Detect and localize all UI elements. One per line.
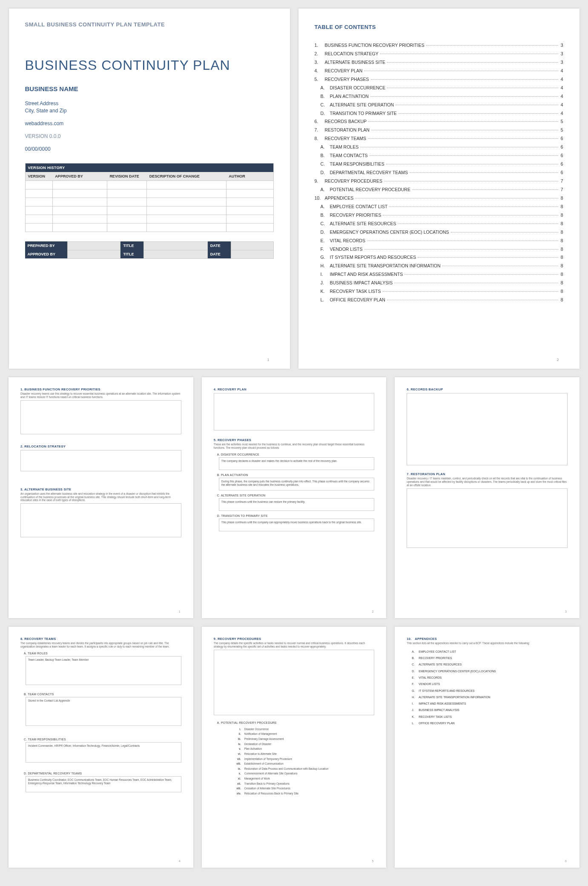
- dept-teams-title: D. DEPARTMENTAL RECOVERY TEAMS: [24, 772, 181, 775]
- date-field-2[interactable]: [231, 250, 273, 258]
- toc-item: C.ALTERNATE SITE OPERATION4: [315, 101, 563, 109]
- toc-item: B.TEAM CONTACTS6: [315, 152, 563, 160]
- page-7: 9. RECOVERY PROCEDURES The company detai…: [202, 627, 387, 868]
- toc-item: 3.ALTERNATE BUSINESS SITE3: [315, 58, 563, 67]
- address-line-1: Street Address: [25, 100, 274, 107]
- phase-c-box[interactable]: This phase continues until the business …: [219, 498, 375, 511]
- appendix-item: H.ALTERNATE SITE TRANSPORTATION INFORMAT…: [412, 694, 568, 700]
- appendix-item: C.ALTERNATE SITE RESOURCES: [412, 661, 568, 668]
- appendix-item: I.IMPACT AND RISK ASSESSMENTS: [412, 700, 568, 707]
- vh-col-revdate: REVISION DATE: [107, 172, 146, 181]
- toc-item: G.IT SYSTEM REPORTS AND RESOURCES8: [315, 253, 563, 262]
- section-9-box[interactable]: [214, 650, 375, 715]
- team-resp-box[interactable]: Incident Commander, HR/PR Officer, Infor…: [26, 742, 181, 763]
- toc-item: I.IMPACT AND RISK ASSESSMENTS8: [315, 270, 563, 279]
- page-number: 3: [565, 610, 567, 613]
- appendix-item: J.BUSINESS IMPACT ANALYSIS: [412, 707, 568, 713]
- version-history-table: VERSION HISTORY VERSION APPROVED BY REVI…: [25, 163, 274, 232]
- procedure-step: ix.Restoration of Data Process and Commu…: [233, 766, 375, 771]
- phase-d-box[interactable]: This phase continues until the company c…: [219, 519, 375, 531]
- section-7-title: 7. RESTORATION PLAN: [407, 472, 568, 476]
- section-10-title: 10. APPENDICES: [407, 637, 568, 641]
- appendix-item: G.IT SYSTEM REPORTS AND RESOURCES: [412, 688, 568, 694]
- toc-item: 2.RELOCATION STRATEGY3: [315, 50, 563, 58]
- page-number: 4: [179, 860, 181, 863]
- appendix-item: K.RECOVERY TASK LISTS: [412, 714, 568, 720]
- phase-a-box[interactable]: The company declares a disaster and make…: [219, 457, 375, 470]
- procedure-step: xiv.Relocation of Resources Back to Prim…: [233, 791, 375, 796]
- page-3: 1. BUSINESS FUNCTION RECOVERY PRIORITIES…: [9, 377, 193, 618]
- title-label-1: TITLE: [120, 241, 144, 250]
- toc-item: C.ALTERNATE SITE RESOURCES8: [315, 220, 563, 228]
- vh-col-approved: APPROVED BY: [52, 172, 107, 181]
- section-4-box[interactable]: [214, 393, 375, 430]
- toc-item: B.RECOVERY PRIORITIES8: [315, 211, 563, 220]
- document-title: BUSINESS CONTINUITY PLAN: [25, 57, 274, 73]
- page-number: 2: [372, 610, 373, 613]
- procedure-step: xii.Transition Back to Primary Operation…: [233, 781, 375, 786]
- toc-item: 6.RECORDS BACKUP5: [315, 118, 563, 126]
- section-1-box[interactable]: [20, 400, 181, 434]
- toc-item: E.VITAL RECORDS8: [315, 237, 563, 245]
- vh-col-version: VERSION: [25, 172, 52, 181]
- approved-by-label: APPROVED BY: [25, 250, 68, 258]
- page-8: 10. APPENDICES This section lists all th…: [395, 627, 579, 868]
- vh-title: VERSION HISTORY: [25, 163, 273, 172]
- section-1-desc: Disaster recovery teams use this strateg…: [20, 392, 181, 399]
- appendix-item: E.VITAL RECORDS: [412, 674, 568, 681]
- appendix-item: A.EMPLOYEE CONTACT LIST: [412, 648, 568, 655]
- team-roles-box[interactable]: Team Leader, Backup Team Leader, Team Me…: [26, 656, 181, 685]
- toc-item: 8.RECOVERY TEAMS6: [315, 135, 563, 143]
- section-9-title: 9. RECOVERY PROCEDURES: [214, 637, 375, 641]
- team-contacts-title: B. TEAM CONTACTS: [24, 693, 181, 696]
- section-9-desc: The company details the specific activit…: [214, 642, 375, 648]
- vh-col-author: AUTHOR: [226, 172, 273, 181]
- approved-by-field[interactable]: [67, 250, 120, 258]
- phase-a-title: A. DISASTER OCCURRENCE: [217, 453, 375, 456]
- section-2-title: 2. RELOCATION STRATEGY: [20, 444, 181, 448]
- toc-item: A.EMPLOYEE CONTACT LIST8: [315, 203, 563, 211]
- toc-item: 10.APPENDICES8: [315, 194, 563, 203]
- procedure-steps: i.Disaster Occurrenceii.Notification of …: [233, 727, 375, 796]
- date-field-1[interactable]: [231, 241, 273, 250]
- toc-item: A.TEAM ROLES6: [315, 143, 563, 152]
- address-line-2: City, State and Zip: [25, 107, 274, 115]
- signoff-table: PREPARED BY TITLE DATE APPROVED BY TITLE…: [25, 241, 274, 259]
- page-4: 4. RECOVERY PLAN 5. RECOVERY PHASES Thes…: [202, 377, 387, 618]
- web-address: webaddress.com: [25, 120, 274, 126]
- toc-item: D.EMERGENCY OPERATIONS CENTER (EOC) LOCA…: [315, 228, 563, 237]
- appendix-item: D.EMERGENCY OPERATIONS CENTER (EOC) LOCA…: [412, 668, 568, 674]
- toc-item: 1.BUSINESS FUNCTION RECOVERY PRIORITIES3: [315, 41, 563, 50]
- page-toc: TABLE OF CONTENTS 1.BUSINESS FUNCTION RE…: [298, 9, 579, 369]
- section-10-desc: This section lists all the appendices ne…: [407, 642, 568, 645]
- prepared-by-label: PREPARED BY: [25, 241, 68, 250]
- version-label: VERSION 0.0.0: [25, 133, 274, 139]
- section-7-box[interactable]: [407, 488, 568, 548]
- page-number: 1: [179, 610, 181, 613]
- section-8-desc: The company establishes recovery teams a…: [20, 642, 181, 648]
- toc-item: 5.RECOVERY PHASES4: [315, 75, 563, 84]
- title-field-1[interactable]: [144, 241, 208, 250]
- team-resp-title: C. TEAM RESPONSIBILITIES: [24, 738, 181, 741]
- prepared-by-field[interactable]: [67, 241, 120, 250]
- procedure-step: viii.Establishment of Communication: [233, 761, 375, 766]
- section-2-box[interactable]: [20, 450, 181, 471]
- dept-teams-box[interactable]: Business Continuity Coordinator, EOC Com…: [26, 776, 181, 792]
- section-3-desc: An organization uses the alternate busin…: [20, 492, 181, 502]
- team-contacts-box[interactable]: Stored in the Contact List Appendix: [26, 697, 181, 726]
- phase-b-title: B. PLAN ACTIVATION: [217, 473, 375, 476]
- section-4-title: 4. RECOVERY PLAN: [214, 387, 375, 391]
- team-roles-title: A. TEAM ROLES: [24, 652, 181, 655]
- title-field-2[interactable]: [144, 250, 208, 258]
- section-7-desc: Disaster recovery / IT teams maintain, c…: [407, 477, 568, 487]
- phase-b-box[interactable]: During this phase, the company puts the …: [219, 478, 375, 490]
- page-number: 6: [565, 860, 567, 863]
- toc-item: B.PLAN ACTIVATION4: [315, 92, 563, 101]
- section-3-box[interactable]: [20, 503, 181, 537]
- toc-item: 9.RECOVERY PROCEDURES7: [315, 177, 563, 186]
- document-date: 00/00/0000: [25, 146, 274, 152]
- section-6-box[interactable]: [407, 393, 568, 465]
- toc-item: A.POTENTIAL RECOVERY PROCEDURE7: [315, 186, 563, 194]
- page-cover: SMALL BUSINESS CONTINUITY PLAN TEMPLATE …: [9, 9, 290, 369]
- procedure-step: v.Plan Activation: [233, 746, 375, 751]
